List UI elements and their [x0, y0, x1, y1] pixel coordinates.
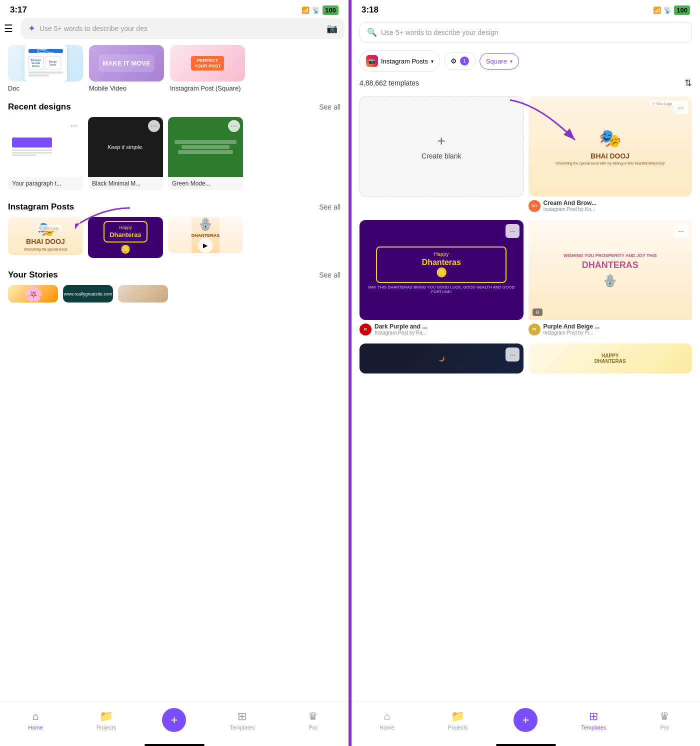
stories-section-title: Your Stories — [8, 270, 58, 280]
sort-icon[interactable]: ⇅ — [684, 78, 692, 88]
nav-home-right[interactable]: ⌂ Home — [372, 710, 402, 730]
rakhi-template-text: Purple And Beige ... Instagram Post by P… — [544, 323, 600, 336]
nav-add-right[interactable]: + — [514, 708, 538, 732]
bhai-dooj-avatar: KO — [528, 200, 540, 212]
projects-icon-left: 📁 — [100, 710, 113, 723]
dhanteras-template[interactable]: ··· Happy Dhanteras 🪙 MAY THIS DHANTERAS… — [360, 220, 524, 320]
mobile-video-label: Mobile Video — [89, 84, 126, 92]
instagram-thumbnail: PERFECTYOUR POST — [170, 45, 245, 82]
nav-templates-right[interactable]: ⊞ Templates — [578, 710, 608, 730]
paragraph-card-name: Your paragraph t... — [8, 177, 83, 190]
paragraph-thumb: ··· — [8, 117, 83, 177]
create-blank-label: Create blank — [422, 152, 461, 160]
left-search-bar[interactable]: ✦ Use 5+ words to describe your des 📷 — [21, 18, 344, 39]
wifi-icon-right: 📡 — [664, 6, 672, 14]
recent-card-black-minimal[interactable]: ··· Keep it simple. Black Minimal M... — [88, 117, 163, 190]
nav-pro-right[interactable]: ♛ Pro — [650, 710, 680, 730]
your-logo-big: ⊙ Your Logo — [650, 100, 674, 106]
bhai-dooj-template-author: Instagram Post by Ko... — [544, 206, 596, 212]
design-types-row: DesignVisual Docs DesignVisualDocs Desig… — [0, 39, 348, 98]
pause-button[interactable]: ⏸ — [532, 308, 542, 316]
story-card-dark[interactable]: www.reallygreatsite.com — [63, 285, 113, 302]
dhanteras-template-name: Dark Purple and ... — [374, 323, 427, 330]
square-filter-chip[interactable]: Square ▾ — [480, 53, 519, 70]
instagram-icon: 📷 — [366, 55, 378, 67]
left-status-icons: 📶 📡 100 — [302, 6, 338, 15]
instagram-section-header: Instagram Posts See all — [0, 198, 348, 217]
bhai-dooj-big-title: BHAI DOOJ — [590, 152, 630, 160]
story-card-floral[interactable]: 🌸 — [8, 285, 58, 302]
nav-home-left[interactable]: ⌂ Home — [20, 710, 50, 730]
home-indicator-right — [496, 744, 556, 746]
partial-menu[interactable]: ··· — [506, 348, 520, 362]
signal-icon: 📶 — [302, 6, 310, 14]
recent-see-all[interactable]: See all — [319, 103, 340, 111]
rakhi-menu[interactable]: ··· — [674, 224, 688, 238]
home-icon-right: ⌂ — [384, 710, 390, 723]
design-type-doc[interactable]: DesignVisual Docs DesignVisualDocs Desig… — [8, 45, 83, 92]
battery-indicator: 100 — [322, 6, 338, 15]
nav-pro-left[interactable]: ♛ Pro — [298, 710, 328, 730]
card-menu-dots-2[interactable]: ··· — [148, 120, 160, 132]
insta-bhai-dooj[interactable]: ⊙ Your Logo 🎭 BHAI DOOJ Cherishing the s… — [8, 217, 83, 255]
right-search-bar[interactable]: 🔍 Use 5+ words to describe your design — [360, 22, 692, 42]
card-menu-dots-3[interactable]: ··· — [228, 120, 240, 132]
bhai-dooj-menu[interactable]: ··· — [674, 100, 688, 114]
doc-inner-card: DesignVisual Docs DesignVisualDocs Desig… — [24, 45, 67, 82]
doc-line-1 — [28, 72, 63, 74]
recent-section-header: Recent designs See all — [0, 98, 348, 117]
projects-label-right: Projects — [448, 724, 468, 730]
nav-projects-right[interactable]: 📁 Projects — [443, 710, 473, 730]
nav-projects-left[interactable]: 📁 Projects — [92, 710, 122, 730]
partial-template-4[interactable]: ··· 🌙 — [360, 344, 524, 374]
chevron-down-instagram: ▾ — [431, 58, 434, 64]
instagram-filter-chip[interactable]: 📷 Instagram Posts ▾ — [360, 50, 440, 72]
hamburger-menu[interactable]: ☰ — [4, 22, 21, 34]
filter-count-chip[interactable]: ⚙ 1 — [444, 52, 476, 70]
nav-templates-left[interactable]: ⊞ Templates — [227, 710, 257, 730]
bhai-dooj-template[interactable]: ··· ⊙ Your Logo 🎭 BHAI DOOJ Cherishing t… — [528, 96, 692, 196]
chevron-down-square: ▾ — [510, 58, 512, 64]
partial-template-5[interactable]: HAPPYDHANTERAS — [528, 344, 692, 374]
play-button[interactable]: ▶ — [198, 238, 213, 253]
rakhi-template[interactable]: ··· WISHING YOU PROSPERITY AND JOY THIS … — [528, 220, 692, 320]
templates-label-left: Templates — [230, 724, 254, 730]
rakhi-info: Pi Purple And Beige ... Instagram Post b… — [528, 320, 692, 338]
left-phone: 3:17 📶 📡 100 ☰ ✦ Use 5+ words to describ… — [0, 0, 350, 746]
insta-dhanteras[interactable]: Happy Dhanteras 🪙 — [88, 217, 163, 258]
camera-icon[interactable]: 📷 — [326, 23, 338, 34]
templates-icon-left: ⊞ — [238, 710, 246, 723]
stories-see-all[interactable]: See all — [319, 271, 340, 279]
left-header: ☰ ✦ Use 5+ words to describe your des 📷 — [0, 18, 348, 39]
rakhi-template-author: Instagram Post by Pi... — [544, 330, 600, 336]
dhanteras-menu[interactable]: ··· — [506, 224, 520, 238]
instagram-see-all[interactable]: See all — [319, 203, 340, 211]
design-type-mobile-video[interactable]: MAKE IT MOVE Mobile Video — [89, 45, 164, 92]
create-blank-cell[interactable]: + Create blank — [360, 96, 524, 196]
design-type-instagram[interactable]: PERFECTYOUR POST Instagram Post (Square) — [170, 45, 245, 92]
nav-add-left[interactable]: + — [162, 708, 186, 732]
green-modern-thumb: ··· — [168, 117, 243, 177]
bhai-dooj-title: BHAI DOOJ — [26, 238, 65, 246]
dhanteras-template-col: ··· Happy Dhanteras 🪙 MAY THIS DHANTERAS… — [360, 220, 524, 338]
pro-label-left: Pro — [309, 724, 318, 730]
home-label-right: Home — [380, 724, 394, 730]
insta-rakhi[interactable]: 🪬 DHANTERAS ▶ — [168, 217, 243, 253]
recent-section-title: Recent designs — [8, 102, 71, 112]
magic-search-icon: ✦ — [28, 23, 36, 34]
story-card-photo[interactable] — [118, 285, 168, 302]
filter-badge: 1 — [460, 56, 469, 66]
instagram-filter-label: Instagram Posts — [381, 58, 428, 65]
stories-section-header: Your Stories See all — [0, 266, 348, 285]
square-filter-label: Square — [486, 58, 507, 65]
recent-card-paragraph[interactable]: ··· Your paragraph t... — [8, 117, 83, 190]
search-icon-right: 🔍 — [367, 28, 377, 37]
create-blank-plus-icon: + — [438, 133, 446, 149]
dhanteras-template-text: Dark Purple and ... Instagram Post by Ra… — [374, 323, 427, 336]
card-menu-dots-1[interactable]: ··· — [68, 120, 80, 132]
right-bottom-nav: ⌂ Home 📁 Projects + ⊞ Templates ♛ Pro — [352, 702, 700, 742]
right-phone: 3:18 📶 📡 100 🔍 Use 5+ words to describe … — [350, 0, 700, 746]
para-lines — [12, 150, 52, 156]
left-search-placeholder: Use 5+ words to describe your des — [40, 24, 322, 32]
recent-card-green[interactable]: ··· Green Mode... — [168, 117, 243, 190]
